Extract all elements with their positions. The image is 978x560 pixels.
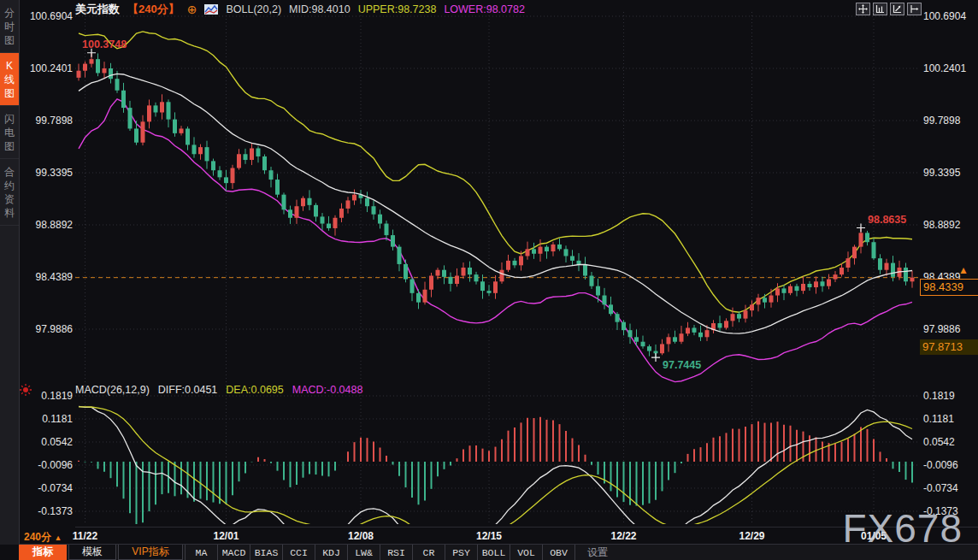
axis-tick-left: 99.7898	[26, 115, 73, 127]
sidebar-tab-闪电图[interactable]: 闪电图	[0, 106, 19, 159]
axis-tick-left: 98.8892	[26, 219, 73, 231]
sidebar-tab-分时图[interactable]: 分时图	[0, 0, 19, 53]
extreme-cross-marker	[857, 223, 865, 232]
boll-lower-line	[79, 99, 912, 382]
axis-tick-right: 97.9886	[923, 323, 960, 335]
axis-tick-right: -0.0734	[923, 482, 958, 494]
extreme-cross-marker	[651, 353, 660, 362]
axis-tick-right: 0.0542	[923, 436, 955, 448]
settings-button[interactable]: 设置	[574, 545, 620, 560]
macd-dea-value: DEA:0.0695	[226, 384, 283, 396]
sidebar-tab-char: 图	[4, 86, 15, 100]
timeframe-arrow-icon: ▲	[54, 533, 62, 542]
axis-tick-right: 0.1819	[923, 390, 955, 402]
high-annotation-start: 100.3748	[82, 38, 127, 50]
date-label-12/15: 12/15	[476, 530, 502, 542]
tab-vip-indicators[interactable]: VIP指标	[118, 545, 183, 560]
macd-diff-value: DIFF:0.0451	[158, 384, 217, 396]
sidebar-tab-char: 线	[4, 73, 15, 86]
axis-tick-left: 100.2401	[26, 62, 73, 74]
sidebar-tab-char: 约	[4, 179, 15, 192]
axis-tick-left: -0.0096	[26, 459, 73, 471]
axis-tick-right: 0.1181	[923, 413, 954, 425]
indicator-alert-icon[interactable]	[20, 384, 32, 399]
indicator-button-MACD[interactable]: MACD	[217, 545, 250, 560]
macd-header: MACD(26,12,9) DIFF:0.0451 DEA:0.0695 MAC…	[75, 383, 362, 396]
sidebar-tab-char: 时	[4, 20, 15, 33]
candles	[77, 53, 915, 357]
indicator-button-OBV[interactable]: OBV	[542, 545, 574, 560]
timeframe-selector[interactable]: 240分 ▲	[24, 530, 62, 545]
macd-histogram	[79, 417, 912, 526]
macd-pane	[79, 406, 912, 545]
axis-tick-left: 99.3395	[26, 167, 73, 179]
sidebar-tab-char: K	[6, 59, 13, 73]
indicator-button-MA[interactable]: MA	[185, 545, 217, 560]
band-value-badge: 97.8713	[920, 339, 978, 355]
indicator-button-RSI[interactable]: RSI	[380, 545, 412, 560]
indicator-button-CCI[interactable]: CCI	[282, 545, 315, 560]
low-annotation: 97.7445	[663, 359, 701, 371]
axis-tick-left: 97.9886	[26, 323, 73, 335]
chart-window: 分时图K线图闪电图合约资料 美元指数 【240分】 ⊕ BOLL(20,2) M…	[0, 0, 978, 560]
sidebar-tab-char: 合	[4, 165, 15, 179]
axis-tick-right: 99.3395	[923, 167, 960, 179]
price-and-macd-chart[interactable]	[19, 0, 978, 545]
date-label-12/22: 12/22	[610, 530, 636, 542]
indicator-button-LW&[interactable]: LW&	[347, 545, 380, 560]
axis-tick-right: 100.2401	[923, 62, 966, 74]
indicator-buttons: MAMACDBIASCCIKDJLW&RSICRPSYBOLLVOLOBV	[185, 545, 574, 560]
macd-dea-line	[79, 407, 912, 543]
sidebar-tab-char: 图	[4, 139, 15, 153]
axis-tick-left: 98.4389	[26, 271, 73, 283]
sidebar-tab-合约资料[interactable]: 合约资料	[0, 159, 19, 226]
sidebar-tab-char: 资	[4, 192, 15, 206]
chart-type-sidebar: 分时图K线图闪电图合约资料	[0, 0, 20, 545]
timeframe-label: 240分	[24, 531, 51, 543]
axis-tick-left: 0.1181	[26, 413, 73, 425]
axis-tick-left: 0.0542	[26, 436, 73, 448]
sidebar-tab-char: 分	[4, 6, 15, 20]
tab-indicators[interactable]: 指标	[19, 545, 67, 560]
date-label-12/08: 12/08	[348, 530, 374, 542]
last-price-badge: 98.4339	[920, 279, 978, 296]
axis-tick-right: 98.8892	[923, 219, 960, 231]
indicator-button-VOL[interactable]: VOL	[510, 545, 542, 560]
sidebar-tab-char: 料	[4, 206, 15, 220]
axis-tick-left: 100.6904	[26, 10, 73, 22]
price-up-arrow-icon: ▲	[958, 264, 969, 276]
axis-tick-right: -0.0096	[923, 459, 958, 471]
indicator-button-CR[interactable]: CR	[412, 545, 445, 560]
indicator-button-KDJ[interactable]: KDJ	[315, 545, 347, 560]
axis-tick-right: 100.6904	[923, 10, 966, 22]
boll-upper-line	[79, 32, 912, 312]
sidebar-tab-char: 闪	[4, 112, 15, 126]
axis-tick-right: 99.7898	[923, 115, 960, 127]
sidebar-tab-char: 图	[4, 33, 15, 47]
date-label-11/22: 11/22	[73, 530, 97, 542]
sidebar-tab-char: 电	[4, 126, 15, 139]
axis-tick-left: -0.1373	[26, 505, 73, 517]
axis-tick-left: -0.0734	[26, 482, 73, 494]
indicator-toolbar: 指标 模板 VIP指标 MAMACDBIASCCIKDJLW&RSICRPSYB…	[19, 544, 978, 560]
macd-indicator-title: MACD(26,12,9)	[75, 384, 150, 396]
date-label-12/29: 12/29	[739, 530, 764, 542]
indicator-button-BOLL[interactable]: BOLL	[477, 545, 510, 560]
indicator-button-PSY[interactable]: PSY	[445, 545, 477, 560]
date-label-12/01: 12/01	[213, 530, 239, 542]
macd-macd-value: MACD:-0.0488	[292, 384, 363, 396]
indicator-button-BIAS[interactable]: BIAS	[250, 545, 282, 560]
axis-tick-left: 0.1819	[26, 390, 73, 402]
sidebar-tab-K线图[interactable]: K线图	[0, 53, 19, 106]
high-annotation-recent: 98.8635	[868, 214, 906, 226]
macd-diff-line	[79, 406, 912, 545]
tab-templates[interactable]: 模板	[68, 545, 116, 560]
